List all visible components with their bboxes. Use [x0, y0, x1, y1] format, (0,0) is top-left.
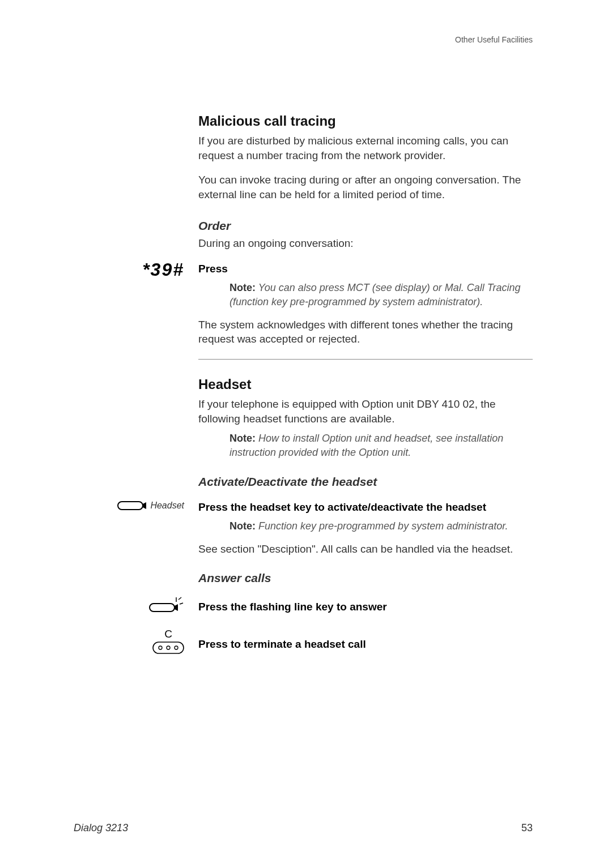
- section-divider: [198, 359, 533, 360]
- chapter-header: Other Useful Facilities: [455, 35, 533, 44]
- key-code-column: *39#: [85, 259, 198, 280]
- paragraph: You can invoke tracing during or after a…: [198, 173, 533, 202]
- note-text: Function key pre-programmed by system ad…: [258, 520, 508, 532]
- step-terminate: Press to terminate a headset call: [198, 638, 533, 651]
- main-content: Malicious call tracing If you are distur…: [198, 113, 533, 651]
- section-title: Headset: [198, 377, 533, 392]
- note-label: Note:: [230, 520, 256, 532]
- paragraph: If your telephone is equipped with Optio…: [198, 397, 533, 426]
- sub-heading-order: Order: [198, 219, 533, 233]
- headset-key-label: Headset: [150, 501, 184, 510]
- clear-key-icon: [152, 642, 184, 654]
- function-key-icon: [117, 499, 148, 512]
- note-text: You can also press MCT (see display) or …: [230, 282, 521, 307]
- note-block: Note: Function key pre-programmed by sys…: [230, 519, 533, 533]
- step-answer: Press the flashing line key to answer: [198, 601, 533, 613]
- step-activate: Press the headset key to activate/deacti…: [198, 501, 533, 514]
- svg-rect-5: [153, 642, 184, 653]
- section-malicious-call-tracing: Malicious call tracing If you are distur…: [198, 113, 533, 360]
- sub-heading-activate: Activate/Deactivate the headset: [198, 475, 533, 489]
- footer-model: Dialog 3213: [74, 822, 128, 834]
- dial-code: *39#: [142, 259, 184, 280]
- note-label: Note:: [230, 433, 256, 444]
- note-text: How to install Option unit and headset, …: [230, 433, 503, 457]
- instruction-row: *39# Press Note: You can also press MCT …: [198, 263, 533, 347]
- note-label: Note:: [230, 282, 256, 293]
- section-headset: Headset If your telephone is equipped wi…: [198, 377, 533, 651]
- svg-rect-1: [150, 604, 175, 612]
- step-press: Press: [198, 263, 533, 275]
- left-col: [85, 596, 198, 615]
- svg-line-3: [178, 597, 181, 600]
- svg-line-4: [180, 603, 183, 604]
- footer-page-number: 53: [521, 822, 533, 834]
- flashing-line-key-icon: [149, 596, 184, 615]
- instruction-row-terminate: C Press to terminate a headset call: [198, 638, 533, 651]
- svg-rect-0: [118, 502, 143, 510]
- note-block: Note: How to install Option unit and hea…: [230, 431, 533, 459]
- left-col: Headset: [85, 499, 198, 512]
- paragraph: The system acknowledges with different t…: [198, 318, 533, 347]
- sub-heading-answer: Answer calls: [198, 571, 533, 585]
- instruction-row-answer: Press the flashing line key to answer: [198, 601, 533, 613]
- paragraph: During an ongoing conversation:: [198, 236, 533, 251]
- note-block: Note: You can also press MCT (see displa…: [230, 281, 533, 309]
- paragraph: If you are disturbed by malicious extern…: [198, 134, 533, 163]
- clear-key-label: C: [152, 628, 184, 640]
- svg-point-7: [167, 646, 170, 649]
- instruction-row-activate: Headset Press the headset key to activat…: [198, 501, 533, 557]
- section-title: Malicious call tracing: [198, 113, 533, 129]
- svg-point-6: [159, 646, 162, 649]
- left-col: C: [85, 628, 198, 654]
- svg-point-8: [175, 646, 178, 649]
- paragraph: See section "Desciption". All calls can …: [198, 542, 533, 557]
